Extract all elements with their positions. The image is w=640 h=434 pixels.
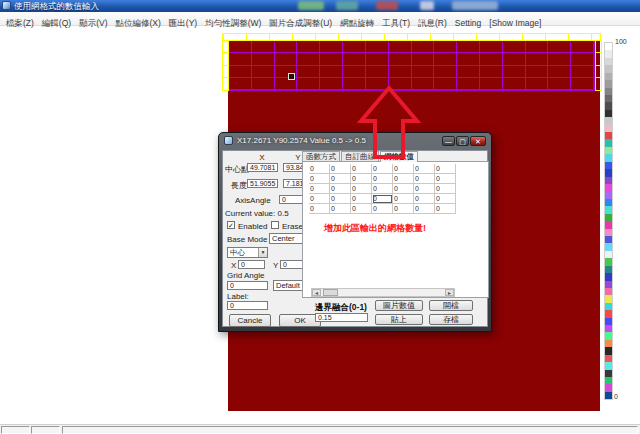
value-cell[interactable]: 0 (393, 164, 414, 174)
chevron-down-icon[interactable]: ▼ (258, 248, 267, 257)
erase-dots-checkbox[interactable] (271, 221, 279, 229)
enabled-checkbox[interactable]: ✓ (227, 221, 235, 229)
value-cell[interactable]: 0 (330, 194, 351, 204)
value-cell[interactable]: 0 (414, 204, 435, 214)
grid-cell[interactable] (343, 66, 366, 78)
grid-cell[interactable] (412, 66, 435, 78)
grid-cell[interactable] (389, 66, 412, 78)
menu-item[interactable]: 圖片合成調整(U) (265, 17, 336, 30)
grid-cell[interactable] (275, 53, 298, 65)
grid-cell[interactable] (503, 78, 526, 90)
grid-cell[interactable] (252, 78, 275, 90)
minimize-button[interactable]: — (442, 136, 455, 146)
grid-cell[interactable] (526, 78, 549, 90)
grid-cell[interactable] (252, 53, 275, 65)
menu-item[interactable]: [Show Image] (485, 17, 545, 28)
grid-cell[interactable] (297, 78, 320, 90)
image-values-button[interactable]: 圖片數值 (375, 300, 423, 311)
selected-grid-point-marker[interactable] (288, 73, 295, 80)
grid-cell[interactable] (366, 53, 389, 65)
grid-cell[interactable] (412, 78, 435, 90)
grid-cell[interactable] (480, 41, 503, 53)
grid-cell[interactable] (571, 78, 594, 90)
scrollbar-thumb[interactable] (323, 289, 338, 296)
value-cell[interactable]: 0 (372, 204, 393, 214)
grid-cell[interactable] (526, 66, 549, 78)
grid-cell[interactable] (412, 41, 435, 53)
anchor-select[interactable]: 中心 ▼ (227, 247, 268, 258)
value-cell[interactable]: 0 (351, 174, 372, 184)
grid-cell[interactable] (548, 53, 571, 65)
value-cell[interactable]: 0 (309, 184, 330, 194)
grid-cell[interactable] (457, 41, 480, 53)
grid-cell[interactable] (366, 78, 389, 90)
open-file-button[interactable]: 開檔 (429, 300, 473, 311)
value-cell[interactable]: 0 (435, 204, 456, 214)
grid-cell[interactable] (548, 41, 571, 53)
grid-cell[interactable] (297, 41, 320, 53)
grid-cell[interactable] (571, 66, 594, 78)
grid-cell[interactable] (366, 66, 389, 78)
grid-cell[interactable] (389, 53, 412, 65)
value-cell[interactable]: 0 (309, 194, 330, 204)
value-cell[interactable]: 0 (351, 194, 372, 204)
grid-cell[interactable] (571, 53, 594, 65)
value-cell[interactable]: 0 (393, 174, 414, 184)
grid-cell[interactable] (526, 53, 549, 65)
value-cell[interactable]: 0 (414, 164, 435, 174)
horizontal-scrollbar[interactable]: ◄ ► (311, 288, 455, 297)
grid-cell[interactable] (252, 66, 275, 78)
grid-cell[interactable] (526, 41, 549, 53)
grid-cell[interactable] (480, 53, 503, 65)
value-cell[interactable]: 0 (393, 184, 414, 194)
offset-x-field[interactable]: 0 (238, 260, 265, 269)
grid-cell[interactable] (434, 53, 457, 65)
paste-button[interactable]: 貼上 (375, 314, 423, 325)
point-label-field[interactable]: 0 (227, 301, 268, 310)
menu-item[interactable]: Setting (451, 17, 485, 28)
grid-cell[interactable] (457, 53, 480, 65)
value-cell[interactable]: 0 (330, 204, 351, 214)
menu-item[interactable]: 匯出(Y) (165, 17, 201, 30)
menu-item[interactable]: 顯示(V) (75, 17, 111, 30)
menu-item[interactable]: 編輯(Q) (38, 17, 75, 30)
cancel-button[interactable]: Cancle (229, 314, 271, 327)
grid-cell[interactable] (343, 78, 366, 90)
value-cell[interactable]: 0 (414, 174, 435, 184)
grid-cell[interactable] (548, 66, 571, 78)
grid-cell[interactable] (229, 53, 252, 65)
grid-cell[interactable] (229, 78, 252, 90)
value-cell[interactable]: 0 (393, 194, 414, 204)
value-cell[interactable]: 0 (309, 164, 330, 174)
grid-cell[interactable] (434, 41, 457, 53)
grid-cell[interactable] (320, 66, 343, 78)
value-cell[interactable]: 0 (330, 174, 351, 184)
grid-cell[interactable] (457, 78, 480, 90)
menu-item[interactable]: 訊息(R) (414, 17, 451, 30)
menu-item[interactable]: 工具(T) (378, 17, 414, 30)
menu-item[interactable]: 點位編修(X) (111, 17, 164, 30)
grid-angle-field[interactable]: 0 (227, 281, 268, 290)
value-cell[interactable]: 0 (351, 184, 372, 194)
grid-cell[interactable] (434, 66, 457, 78)
grid-cell[interactable] (320, 53, 343, 65)
scroll-left-icon[interactable]: ◄ (312, 289, 321, 296)
value-cell[interactable]: 0 (351, 204, 372, 214)
value-grid-overlay[interactable] (228, 40, 595, 91)
value-cell[interactable]: 0 (330, 184, 351, 194)
grid-cell[interactable] (343, 41, 366, 53)
grid-cell[interactable] (412, 53, 435, 65)
grid-cell[interactable] (297, 53, 320, 65)
value-cell[interactable]: 0 (372, 164, 393, 174)
maximize-button[interactable]: ▢ (456, 136, 469, 146)
scroll-right-icon[interactable]: ► (445, 289, 454, 296)
value-cell[interactable]: 0 (414, 184, 435, 194)
value-cell[interactable]: 0 (435, 174, 456, 184)
value-cell[interactable]: 0 (372, 174, 393, 184)
grid-cell[interactable] (297, 66, 320, 78)
boundary-blend-field[interactable]: 0.15 (315, 313, 368, 322)
grid-cell[interactable] (503, 66, 526, 78)
grid-cell[interactable] (480, 66, 503, 78)
value-cell[interactable]: 0 (351, 164, 372, 174)
grid-value-table[interactable]: 00000000000000000000000000000000000 (309, 164, 456, 214)
